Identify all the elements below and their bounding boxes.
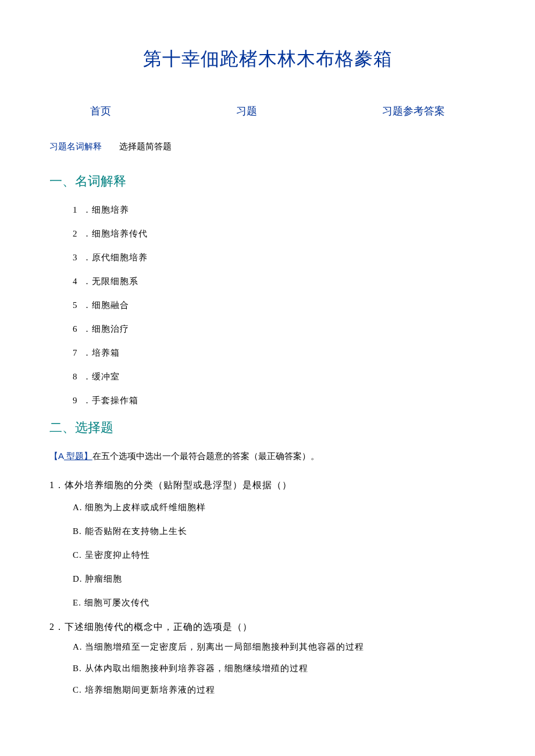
subnav-choice[interactable]: 选择题简答题 — [119, 141, 172, 152]
page-title: 第十幸佃跄楮木林木布格豢箱 — [49, 46, 486, 72]
term-item: 6．细胞治疗 — [73, 324, 486, 335]
term-item: 8．缓冲室 — [73, 371, 486, 382]
subnav-terms[interactable]: 习题名词解释 — [49, 142, 102, 151]
term-item: 7．培养箱 — [73, 347, 486, 359]
term-item: 4．无限细胞系 — [73, 276, 486, 287]
option: C. 呈密度抑止特性 — [49, 550, 486, 561]
option: A. 当细胞增殖至一定密度后，别离出一局部细胞接种到其他容器的过程 — [49, 642, 486, 653]
nav-answers[interactable]: 习题参考答案 — [382, 104, 445, 118]
section-1-header: 一、名词解释 — [49, 173, 486, 190]
option: C. 培养细胞期间更新培养液的过程 — [49, 685, 486, 696]
option: A. 细胞为上皮样或成纤维细胞样 — [49, 502, 486, 513]
term-item: 9．手套操作箱 — [73, 395, 486, 406]
option: B. 能否贴附在支持物上生长 — [49, 526, 486, 537]
option: D. 肿瘤细胞 — [49, 574, 486, 585]
term-list: 1．细胞培养 2．细胞培养传代 3．原代细胞培养 4．无限细胞系 5．细胞融合 … — [49, 205, 486, 406]
question-text: 2．下述细胞传代的概念中，正确的选项是（） — [49, 621, 486, 633]
nav-home[interactable]: 首页 — [90, 104, 111, 118]
section-2-header: 二、选择题 — [49, 419, 486, 436]
question-2: 2．下述细胞传代的概念中，正确的选项是（） A. 当细胞增殖至一定密度后，别离出… — [49, 621, 486, 696]
a-type-instruction: 【A 型题】在五个选项中选出一个最符合题意的答案（最正确答案）。 — [49, 451, 486, 462]
option: E. 细胞可屡次传代 — [49, 597, 486, 608]
option: B. 从体内取出细胞接种到培养容器，细胞继续增殖的过程 — [49, 663, 486, 674]
nav-exercises[interactable]: 习题 — [236, 104, 257, 118]
a-type-label: 【A 型题】 — [49, 452, 92, 461]
question-text: 1．体外培养细胞的分类（贴附型或悬浮型）是根据（） — [49, 479, 486, 492]
term-item: 5．细胞融合 — [73, 300, 486, 311]
term-item: 2．细胞培养传代 — [73, 228, 486, 239]
top-nav: 首页 习题 习题参考答案 — [49, 104, 486, 118]
term-item: 3．原代细胞培养 — [73, 252, 486, 263]
term-item: 1．细胞培养 — [73, 205, 486, 216]
sub-nav: 习题名词解释 选择题简答题 — [49, 141, 486, 152]
question-1: 1．体外培养细胞的分类（贴附型或悬浮型）是根据（） A. 细胞为上皮样或成纤维细… — [49, 479, 486, 608]
